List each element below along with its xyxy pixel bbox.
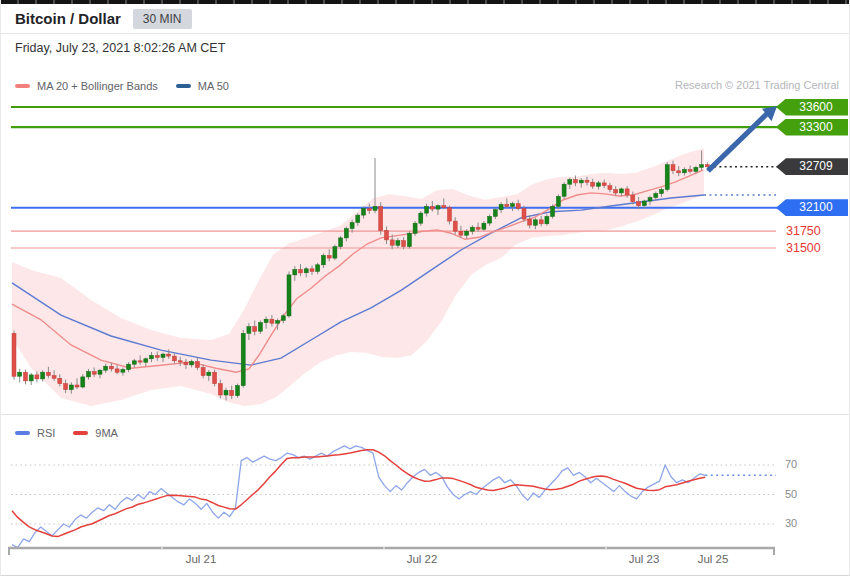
legend-item-rsi[interactable]: RSI	[15, 427, 55, 439]
main-chart-legend: MA 20 + Bollinger Bands MA 50	[15, 80, 237, 92]
main-chart-area[interactable]: MA 20 + Bollinger Bands MA 50 Research ©…	[1, 62, 850, 414]
x-axis-label-jul23: Jul 23	[629, 553, 660, 565]
price-label-pivot-32100: 32100	[776, 199, 848, 216]
price-label-resistance-33300: 33300	[776, 119, 848, 136]
rsi-legend-swatch-icon	[15, 431, 30, 436]
9ma-legend-swatch-icon	[73, 431, 88, 436]
price-label-support-31500: 31500	[786, 241, 848, 256]
legend-item-ma20-bollinger[interactable]: MA 20 + Bollinger Bands	[15, 80, 158, 92]
trend-arrow-shaft	[708, 114, 767, 171]
ma50-legend-swatch-icon	[176, 84, 191, 89]
ma20-legend-swatch-icon	[15, 84, 30, 89]
provider-watermark: Research © 2021 Trading Central	[675, 79, 839, 91]
price-label-last-price-32709: 32709	[776, 158, 848, 175]
chart-datetime: Friday, July 23, 2021 8:02:26 AM CET	[1, 34, 850, 62]
x-axis-label-jul25: Jul 25	[698, 553, 729, 565]
rsi-chart-canvas[interactable]	[1, 415, 850, 576]
rsi-legend: RSI 9MA	[15, 427, 126, 439]
candlestick-chart-canvas[interactable]	[1, 62, 850, 414]
legend-label: RSI	[37, 427, 55, 439]
trading-chart-widget: Bitcoin / Dollar 30 MIN Friday, July 23,…	[0, 0, 850, 576]
legend-item-9ma[interactable]: 9MA	[73, 427, 118, 439]
chart-header: Bitcoin / Dollar 30 MIN	[1, 4, 850, 34]
instrument-title: Bitcoin / Dollar	[15, 10, 121, 27]
price-label-resistance-33600: 33600	[776, 99, 848, 116]
x-axis-label-jul22: Jul 22	[407, 553, 438, 565]
rsi-axis-tick-50: 50	[785, 488, 797, 500]
legend-item-ma50[interactable]: MA 50	[176, 80, 229, 92]
legend-label: MA 50	[198, 80, 229, 92]
rsi-panel[interactable]: RSI 9MA 70 50 30 Jul 21 Jul 22 Jul 23 Ju…	[1, 414, 850, 576]
price-label-support-31750: 31750	[786, 224, 848, 239]
legend-label: MA 20 + Bollinger Bands	[37, 80, 158, 92]
rsi-axis-tick-30: 30	[785, 517, 797, 529]
legend-label: 9MA	[95, 427, 118, 439]
rsi-axis-tick-70: 70	[785, 458, 797, 470]
x-axis-label-jul21: Jul 21	[186, 553, 217, 565]
bollinger-band-area	[12, 149, 704, 407]
timeframe-badge[interactable]: 30 MIN	[133, 9, 192, 29]
